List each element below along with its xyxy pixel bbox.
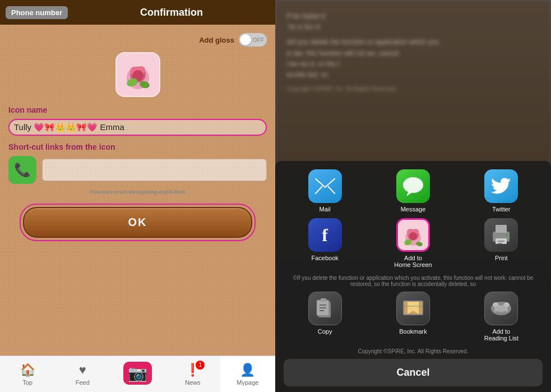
svg-rect-23 — [496, 225, 507, 233]
bottom-nav: 🏠 Top ♥ Feed 📷 ❗1 News 👤 Mypage — [0, 356, 275, 392]
toggle-thumb — [240, 34, 251, 45]
share-grid-row2: Copy Bookmark — [284, 292, 543, 342]
twitter-icon — [484, 169, 518, 203]
camera-icon: 📷 — [123, 362, 152, 385]
print-icon — [484, 218, 518, 252]
share-item-copy[interactable]: Copy — [284, 292, 366, 342]
share-sheet: Mail Message — [275, 161, 551, 392]
message-label: Message — [401, 206, 426, 213]
svg-rect-25 — [498, 241, 504, 242]
bookmark-icon — [396, 292, 430, 325]
toggle-switch[interactable]: OFF — [239, 33, 267, 47]
share-item-message[interactable]: Message — [372, 169, 454, 213]
bookmark-label: Bookmark — [399, 328, 427, 335]
home-icon: 🏠 — [20, 363, 35, 377]
share-item-print[interactable]: Print — [460, 218, 543, 268]
toggle-text: OFF — [253, 37, 264, 43]
confirmation-title: Confirmation — [73, 7, 270, 19]
nav-item-feed[interactable]: ♥ Feed — [55, 356, 110, 392]
right-panel: P tto Safari d `Ac e Scr d ※If you delet… — [275, 0, 551, 392]
reading-list-icon — [484, 292, 518, 325]
reset-hint: You can reset by tapping each item — [8, 188, 267, 195]
add-gloss-label: Add gloss — [199, 36, 234, 44]
facebook-icon: f — [308, 218, 342, 252]
share-item-facebook[interactable]: f Facebook — [284, 218, 366, 268]
copy-label: Copy — [318, 328, 332, 335]
nav-label-feed: Feed — [76, 379, 90, 386]
mail-icon — [308, 169, 342, 203]
add-home-label: Add toHome Screen — [394, 255, 432, 268]
svg-line-9 — [315, 186, 322, 194]
svg-rect-33 — [321, 298, 326, 302]
left-panel: Phone number Confirmation Add gloss OFF — [0, 0, 275, 392]
phone-shortcut-button[interactable]: 📞 — [8, 156, 36, 184]
nav-item-camera[interactable]: 📷 — [110, 356, 165, 392]
icon-name-input[interactable] — [14, 123, 261, 132]
news-icon: ❗1 — [185, 363, 200, 377]
cancel-button[interactable]: Cancel — [284, 359, 543, 386]
icon-preview — [115, 52, 160, 97]
svg-rect-26 — [498, 243, 502, 244]
share-item-twitter[interactable]: Twitter — [460, 169, 543, 213]
bg-text-3: Copyright ©SPiRE, Inc. All Rights Reserv… — [286, 85, 540, 94]
disclaimer-text: ©If you delete the function or applicati… — [284, 275, 543, 287]
copyright-text: Copyright ©SPiRE, Inc. All Rights Reserv… — [284, 348, 543, 354]
svg-point-27 — [506, 234, 508, 236]
nav-label-top: Top — [22, 379, 33, 386]
svg-line-10 — [328, 186, 335, 194]
reading-list-label: Add toReading List — [484, 328, 518, 342]
phone-number-button[interactable]: Phone number — [6, 6, 68, 19]
share-item-reading-list[interactable]: Add toReading List — [460, 292, 543, 342]
left-content: Add gloss OFF Icon name — [0, 25, 275, 356]
share-item-mail[interactable]: Mail — [284, 169, 366, 213]
ok-button-wrapper: OK — [20, 204, 256, 241]
copy-icon — [308, 292, 342, 325]
add-gloss-row: Add gloss OFF — [8, 33, 267, 47]
add-home-icon — [396, 218, 430, 252]
facebook-label: Facebook — [312, 255, 339, 261]
svg-point-19 — [409, 232, 417, 240]
icon-name-wrapper — [8, 119, 267, 136]
shortcut-row: 📞 — [8, 156, 267, 184]
svg-point-12 — [403, 177, 423, 193]
top-bar: Phone number Confirmation — [0, 0, 275, 25]
nav-label-mypage: Mypage — [237, 379, 258, 386]
mail-label: Mail — [320, 206, 331, 213]
right-background: P tto Safari d `Ac e Scr d ※If you delet… — [275, 0, 551, 392]
icon-name-section-label: Icon name — [8, 105, 267, 114]
nav-item-top[interactable]: 🏠 Top — [0, 356, 55, 392]
nav-label-news: News — [185, 379, 201, 386]
bg-text-2: ※If you delete the function or applicati… — [286, 37, 540, 80]
heart-icon: ♥ — [79, 363, 86, 377]
share-item-add-home[interactable]: Add toHome Screen — [372, 218, 454, 268]
twitter-label: Twitter — [492, 206, 510, 213]
shortcut-input[interactable] — [42, 159, 267, 181]
mypage-icon: 👤 — [240, 363, 255, 377]
message-icon — [396, 169, 430, 203]
ok-button[interactable]: OK — [23, 207, 252, 238]
shortcut-label: Short-cut links from the icon — [8, 142, 267, 151]
share-item-bookmark[interactable]: Bookmark — [372, 292, 454, 342]
icon-preview-row — [8, 52, 267, 97]
bg-text-1: P tto Safari d `Ac e Scr d — [286, 11, 540, 33]
nav-item-news[interactable]: ❗1 News — [165, 356, 220, 392]
print-label: Print — [495, 255, 508, 261]
share-grid-row1: Mail Message — [284, 169, 543, 268]
nav-item-mypage[interactable]: 👤 Mypage — [220, 356, 275, 392]
